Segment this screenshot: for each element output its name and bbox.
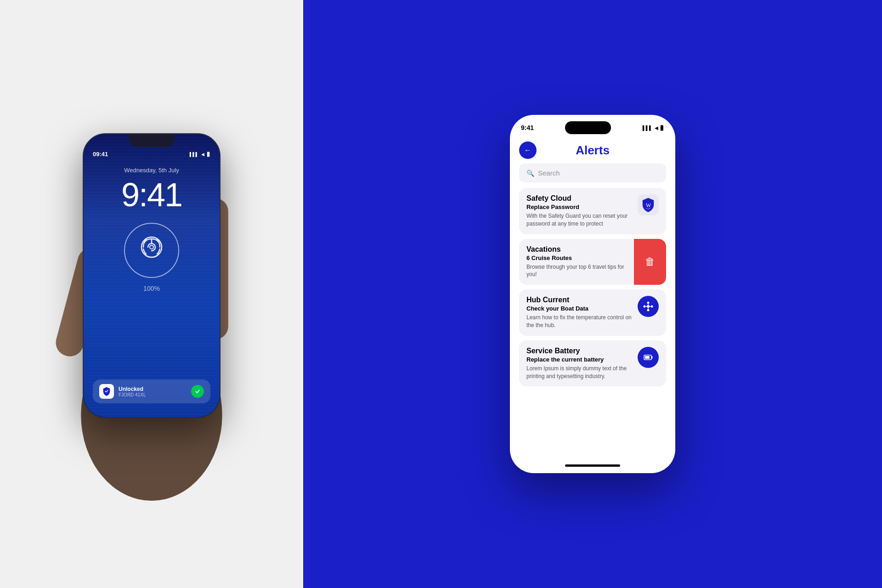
alert-card-battery-subtitle: Replace the current battery [526, 356, 632, 363]
alert-card-battery[interactable]: Service Battery Replace the current batt… [519, 340, 666, 387]
alert-card-hub-content: Hub Current Check your Boat Data Learn h… [526, 296, 632, 329]
home-indicator [565, 464, 620, 467]
phone-left-status-bar: 09:41 ▌▌▌ ◀ ▊ [84, 147, 220, 158]
alert-card-battery-content: Service Battery Replace the current batt… [526, 347, 632, 380]
phone-right-time-label: 9:41 [521, 124, 534, 131]
svg-point-11 [647, 309, 650, 311]
alert-card-hub[interactable]: Hub Current Check your Boat Data Learn h… [519, 289, 666, 336]
alert-card-hub-subtitle: Check your Boat Data [526, 305, 632, 312]
alert-card-hub-title: Hub Current [526, 296, 632, 304]
phone-left-percent: 100% [143, 285, 160, 292]
alert-card-battery-icon [638, 347, 659, 368]
fingerprint-container[interactable] [124, 223, 179, 278]
battery-icon-small: ▊ [207, 152, 210, 157]
alerts-list: Safety Cloud Replace Password With the S… [510, 188, 675, 460]
search-container: 🔍 Search [510, 164, 675, 188]
alert-card-vacation-content: Vacations 6 Cruise Routes Browse through… [519, 239, 634, 285]
phone-left-clock: 9:41 [121, 176, 182, 214]
right-signal-icon: ▌▌▌ [643, 125, 652, 130]
search-icon: 🔍 [526, 170, 534, 177]
page-title: Alerts [537, 143, 649, 158]
svg-rect-19 [651, 356, 653, 358]
alert-card-vacation-title: Vacations [526, 245, 627, 254]
right-battery-icon: ▊ [661, 125, 664, 130]
unlock-subtitle: FJORD 41XL [119, 392, 146, 397]
unlock-title: Unlocked [119, 386, 146, 392]
svg-point-13 [651, 305, 653, 308]
alert-card-safety-content: Safety Cloud Replace Password With the S… [526, 194, 632, 228]
svg-point-9 [647, 305, 650, 308]
right-panel: 9:41 ▌▌▌ ◀ ▊ ← Alerts 🔍 Search [303, 0, 882, 588]
alert-card-safety[interactable]: Safety Cloud Replace Password With the S… [519, 188, 666, 234]
unlock-card-left: Unlocked FJORD 41XL [99, 384, 146, 399]
unlock-card: Unlocked FJORD 41XL [93, 379, 210, 403]
alert-card-safety-title: Safety Cloud [526, 194, 632, 203]
wifi-icon: ◀ [201, 152, 204, 157]
alert-card-vacation-desc: Browse through your top 6 travel tips fo… [526, 263, 627, 279]
svg-rect-20 [645, 356, 650, 359]
right-wifi-icon: ◀ [655, 125, 658, 130]
svg-point-12 [644, 305, 646, 308]
search-placeholder-text: Search [538, 169, 560, 177]
phone-left-time-label: 09:41 [93, 151, 108, 158]
phone-right-status-bar: 9:41 ▌▌▌ ◀ ▊ [510, 115, 675, 134]
hand-container: 09:41 ▌▌▌ ◀ ▊ Wednesday, 5th July 9:41 [23, 87, 280, 501]
phone-right-notch [565, 121, 611, 134]
svg-text:W: W [646, 202, 651, 209]
alert-card-safety-icon: W [638, 194, 659, 215]
alert-card-vacation-delete-button[interactable]: 🗑 [634, 239, 666, 285]
alert-card-hub-desc: Learn how to fix the temperature control… [526, 314, 632, 329]
fingerprint-icon [138, 233, 165, 267]
trash-icon: 🗑 [645, 256, 655, 268]
phone-left-date: Wednesday, 5th July [124, 167, 179, 174]
alert-card-hub-icon [638, 296, 659, 317]
left-panel: 09:41 ▌▌▌ ◀ ▊ Wednesday, 5th July 9:41 [0, 0, 303, 588]
alert-card-battery-desc: Lorem Ipsum is simply dummy text of the … [526, 365, 632, 380]
phone-left-screen: 09:41 ▌▌▌ ◀ ▊ Wednesday, 5th July 9:41 [84, 134, 220, 417]
phone-right-status-icons: ▌▌▌ ◀ ▊ [643, 125, 664, 130]
phone-right: 9:41 ▌▌▌ ◀ ▊ ← Alerts 🔍 Search [510, 115, 675, 473]
phone-right-header: ← Alerts [510, 134, 675, 164]
alert-card-safety-subtitle: Replace Password [526, 204, 632, 210]
unlock-text: Unlocked FJORD 41XL [119, 386, 146, 397]
alert-card-vacation[interactable]: Vacations 6 Cruise Routes Browse through… [519, 239, 666, 285]
phone-left-status-icons: ▌▌▌ ◀ ▊ [190, 152, 210, 157]
alert-card-vacation-subtitle: 6 Cruise Routes [526, 254, 627, 261]
search-bar[interactable]: 🔍 Search [519, 164, 666, 182]
alert-card-safety-desc: With the Safety Guard you can reset your… [526, 212, 632, 228]
back-arrow-icon: ← [524, 146, 531, 154]
phone-left: 09:41 ▌▌▌ ◀ ▊ Wednesday, 5th July 9:41 [83, 133, 220, 418]
alert-card-battery-title: Service Battery [526, 347, 632, 355]
unlock-shield-icon [99, 384, 114, 399]
phone-left-bottom: Unlocked FJORD 41XL [93, 379, 210, 403]
back-button[interactable]: ← [519, 141, 537, 159]
svg-point-10 [647, 302, 650, 304]
signal-icon: ▌▌▌ [190, 152, 198, 157]
unlock-green-indicator [191, 385, 204, 398]
phone-left-notch [129, 134, 175, 147]
